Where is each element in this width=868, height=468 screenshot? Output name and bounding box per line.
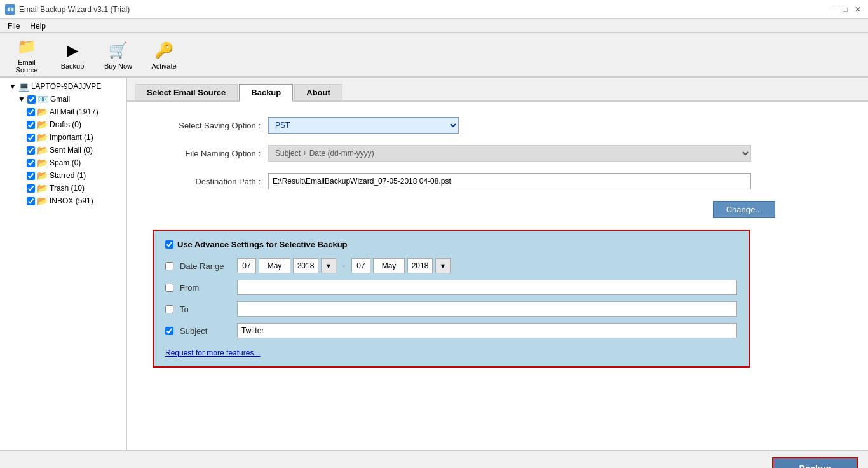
date-to-dd[interactable] (351, 258, 370, 273)
date-to-mm[interactable] (373, 258, 405, 273)
sidebar-folder-item[interactable]: 📂Starred (1) (0, 169, 126, 182)
toolbar: 📁 Email Source ▶ Backup 🛒 Buy Now 🔑 Acti… (0, 33, 868, 78)
buy-now-label: Buy Now (104, 62, 132, 70)
destination-input[interactable]: E:\Result\EmailBackupWizard_07-05-2018 0… (268, 173, 751, 189)
advanced-title: Use Advance Settings for Selective Backu… (165, 240, 737, 249)
saving-option-select[interactable]: PST MBOX EML MSG PDF HTML (268, 117, 459, 134)
sidebar-folder-item[interactable]: 📂Trash (10) (0, 182, 126, 195)
saving-option-row: Select Saving Option : PST MBOX EML MSG … (153, 117, 843, 134)
activate-icon: 🔑 (154, 40, 174, 60)
file-naming-label: File Naming Option : (153, 149, 261, 158)
minimize-button[interactable]: ─ (827, 4, 837, 15)
folder-checkbox[interactable] (27, 184, 35, 193)
folder-icon: 📂 (37, 158, 48, 168)
menu-file[interactable]: File (3, 20, 25, 32)
date-range-row: Date Range ▼ - ▼ (165, 258, 737, 273)
computer-label: LAPTOP-9DAJJVPE (31, 82, 101, 91)
folder-checkbox[interactable] (27, 121, 35, 129)
folder-icon: 📂 (37, 196, 48, 206)
gmail-label: Gmail (50, 95, 70, 104)
tab-backup[interactable]: Backup (239, 84, 293, 102)
folder-checkbox[interactable] (27, 172, 35, 180)
sidebar-folder-item[interactable]: 📂Spam (0) (0, 156, 126, 169)
folder-checkbox[interactable] (27, 108, 35, 116)
destination-label: Destination Path : (153, 177, 261, 186)
backup-tab-content: Select Saving Option : PST MBOX EML MSG … (127, 102, 868, 383)
menu-bar: File Help (0, 19, 868, 33)
folder-label: Spam (0) (50, 158, 81, 167)
file-naming-select[interactable]: Subject + Date (dd-mm-yyyy) (268, 145, 751, 162)
email-source-button[interactable]: 📁 Email Source (6, 36, 47, 74)
date-to-yy[interactable] (407, 258, 433, 273)
email-source-label: Email Source (6, 59, 47, 74)
from-checkbox[interactable] (165, 284, 173, 292)
gmail-collapse-icon: ▼ (18, 95, 25, 104)
change-button[interactable]: Change... (713, 201, 775, 218)
advanced-settings-box: Use Advance Settings for Selective Backu… (153, 230, 750, 368)
folder-checkbox[interactable] (27, 197, 35, 205)
subject-row: Subject (165, 323, 737, 338)
folder-label: Starred (1) (50, 171, 86, 180)
email-source-icon: 📁 (17, 36, 37, 57)
tabs: Select Email Source Backup About (127, 78, 868, 102)
date-to-picker-button[interactable]: ▼ (435, 258, 451, 273)
from-row: From (165, 280, 737, 295)
to-row: To (165, 301, 737, 317)
sidebar-folder-item[interactable]: 📂Important (1) (0, 131, 126, 144)
folder-icon: 📂 (37, 145, 48, 155)
folder-label: Important (1) (50, 133, 93, 142)
date-from-group: ▼ (237, 258, 336, 273)
main-layout: ▼ 💻 LAPTOP-9DAJJVPE ▼ 📧 Gmail 📂All Mail … (0, 78, 868, 450)
sidebar-folder-item[interactable]: 📂Sent Mail (0) (0, 144, 126, 156)
request-features-link[interactable]: Request for more features... (165, 348, 260, 357)
date-range-label: Date Range (180, 261, 231, 271)
sidebar-computer[interactable]: ▼ 💻 LAPTOP-9DAJJVPE (0, 80, 126, 93)
gmail-icon: 📧 (37, 94, 48, 104)
sidebar-folder-item[interactable]: 📂All Mail (1917) (0, 106, 126, 118)
folder-icon: 📂 (37, 170, 48, 181)
folder-checkbox[interactable] (27, 146, 35, 155)
to-checkbox[interactable] (165, 305, 173, 313)
subject-checkbox[interactable] (165, 327, 173, 335)
sidebar-folder-item[interactable]: 📂Drafts (0) (0, 118, 126, 131)
date-from-yy[interactable] (293, 258, 318, 273)
folder-label: Trash (10) (50, 184, 85, 193)
from-input[interactable] (237, 280, 737, 295)
folder-label: Sent Mail (0) (50, 146, 93, 155)
folder-icon: 📂 (37, 132, 48, 142)
backup-button[interactable]: Backup (772, 457, 858, 468)
maximize-button[interactable]: □ (840, 4, 850, 15)
tab-select-source[interactable]: Select Email Source (135, 84, 238, 100)
date-from-dd[interactable] (237, 258, 256, 273)
content-area: Select Email Source Backup About Select … (127, 78, 868, 450)
gmail-checkbox[interactable] (27, 95, 36, 104)
app-icon: 📧 (5, 4, 15, 15)
date-from-mm[interactable] (259, 258, 290, 273)
folder-checkbox[interactable] (27, 159, 35, 167)
date-from-picker-button[interactable]: ▼ (321, 258, 336, 273)
saving-option-label: Select Saving Option : (153, 121, 261, 130)
folder-label: Drafts (0) (50, 120, 81, 129)
menu-help[interactable]: Help (25, 20, 51, 32)
computer-collapse-icon: ▼ (9, 82, 17, 91)
date-separator: - (342, 261, 345, 270)
date-range-checkbox[interactable] (165, 262, 173, 270)
from-label: From (180, 283, 231, 292)
close-button[interactable]: ✕ (853, 4, 863, 15)
activate-button[interactable]: 🔑 Activate (144, 36, 184, 74)
destination-row: Destination Path : E:\Result\EmailBackup… (153, 173, 843, 189)
sidebar-gmail[interactable]: ▼ 📧 Gmail (0, 93, 126, 106)
subject-input[interactable] (237, 323, 737, 338)
backup-btn-row: Backup (0, 450, 868, 468)
backup-toolbar-label: Backup (61, 62, 85, 70)
to-input[interactable] (237, 301, 737, 317)
buy-now-button[interactable]: 🛒 Buy Now (98, 36, 139, 74)
change-btn-row: Change... (153, 201, 775, 218)
backup-toolbar-button[interactable]: ▶ Backup (52, 36, 93, 74)
to-label: To (180, 305, 231, 314)
advanced-checkbox[interactable] (165, 240, 173, 249)
title-bar: 📧 Email Backup Wizard v3.1 (Trial) ─ □ ✕ (0, 0, 868, 19)
folder-checkbox[interactable] (27, 134, 35, 142)
sidebar-folder-item[interactable]: 📂INBOX (591) (0, 195, 126, 207)
tab-about[interactable]: About (294, 84, 342, 100)
